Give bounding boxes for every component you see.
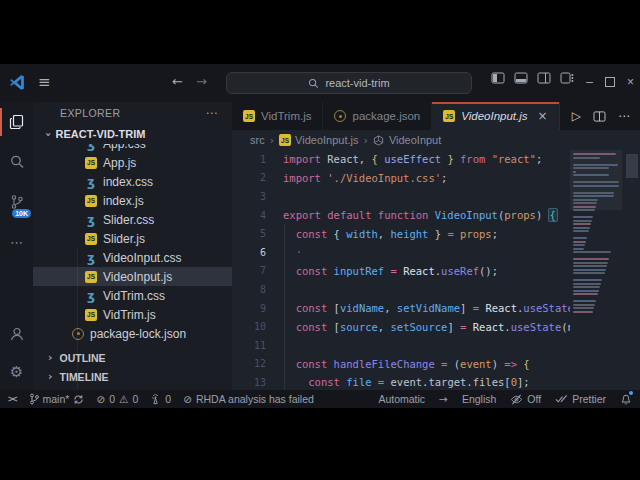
error-icon: ⊘: [183, 393, 192, 405]
warning-icon: ⚠: [119, 393, 128, 405]
tab-package.json[interactable]: package.json: [323, 102, 432, 130]
file-item-index.js[interactable]: JSindex.js: [33, 191, 232, 210]
screencast-status[interactable]: Off: [510, 393, 541, 405]
code-line-11: 11: [232, 336, 570, 355]
code-line-2: 2import './VideoInput.css';: [232, 169, 570, 188]
command-center-search[interactable]: react-vid-trim: [226, 72, 472, 94]
js-file-icon: JS: [85, 157, 97, 169]
breadcrumb-item-VideoInput.js[interactable]: JSVideoInput.js: [279, 134, 358, 146]
section-outline[interactable]: ›OUTLINE: [33, 348, 232, 367]
code-line-1: 1import React, { useEffect } from "react…: [232, 150, 570, 169]
code-line-8: 8: [232, 280, 570, 299]
notification-dot: [629, 391, 633, 395]
file-item-VidTrim.js[interactable]: JSVidTrim.js: [33, 305, 232, 324]
breadcrumb-item-VideoInput[interactable]: VideoInput: [373, 134, 441, 146]
chevron-right-icon: ›: [48, 351, 53, 364]
notifications-bell[interactable]: [620, 393, 632, 405]
eye-off-icon: [510, 394, 523, 405]
additional-views-icon[interactable]: ⋯: [0, 222, 33, 262]
file-item-VidTrim.css[interactable]: ʒVidTrim.css: [33, 286, 232, 305]
file-item-VideoInput.js[interactable]: JSVideoInput.js: [33, 267, 232, 286]
translate-from[interactable]: Automatic: [378, 393, 425, 405]
close-button[interactable]: ×: [627, 71, 634, 93]
toggle-secondary-sidebar-icon[interactable]: [537, 72, 551, 84]
source-control-icon[interactable]: 10K: [0, 182, 33, 222]
scm-badge: 10K: [12, 209, 31, 218]
arrow-right-icon: →: [439, 393, 448, 405]
minimap[interactable]: [570, 150, 622, 390]
code-line-3: 3: [232, 187, 570, 206]
editor-scrollbar[interactable]: [626, 154, 638, 178]
problems-indicator[interactable]: ⊘ 0 ⚠ 0: [96, 393, 138, 405]
code-line-9: 9 const [vidName, setVidName] = React.us…: [232, 299, 570, 318]
symbol-module-icon: [373, 135, 384, 146]
git-branch-icon: [29, 393, 39, 405]
code-view[interactable]: 1import React, { useEffect } from "react…: [232, 150, 570, 390]
tree-indent-guide: [77, 248, 78, 390]
nav-forward-icon[interactable]: →: [196, 74, 207, 89]
account-icon[interactable]: [0, 314, 33, 354]
breadcrumb[interactable]: src›JSVideoInput.js›VideoInput: [232, 130, 640, 150]
js-file-icon: JS: [279, 134, 291, 146]
css-file-icon: ʒ: [85, 175, 97, 188]
breadcrumb-separator: ›: [270, 134, 274, 147]
double-check-icon: [555, 394, 568, 404]
radio-tower-icon: [150, 394, 161, 405]
project-name: REACT-VID-TRIM: [56, 128, 146, 140]
sync-icon: [73, 394, 84, 405]
run-button[interactable]: ▷: [572, 109, 581, 123]
maximize-button[interactable]: [605, 77, 615, 87]
ports-indicator[interactable]: 0: [150, 393, 171, 405]
npm-json-icon: [334, 110, 346, 122]
title-bar: ≡ ← → react-vid-trim – ×: [0, 64, 640, 102]
file-item-App.css[interactable]: ʒApp.css: [33, 144, 232, 153]
code-line-6: 6 ·: [232, 243, 570, 262]
code-line-4: 4export default function VideoInput(prop…: [232, 206, 570, 225]
menu-icon[interactable]: ≡: [38, 73, 51, 91]
tab-VideoInput.js[interactable]: JSVideoInput.js×: [432, 102, 559, 130]
css-file-icon: ʒ: [85, 251, 97, 264]
tab-VidTrim.js[interactable]: JSVidTrim.js: [232, 102, 323, 130]
remote-indicator[interactable]: ><: [8, 394, 17, 404]
file-item-package-lock.json[interactable]: package-lock.json: [33, 324, 232, 343]
file-item-Slider.css[interactable]: ʒSlider.css: [33, 210, 232, 229]
file-item-VideoInput.css[interactable]: ʒVideoInput.css: [33, 248, 232, 267]
js-file-icon: JS: [85, 195, 97, 207]
project-root-row[interactable]: › REACT-VID-TRIM: [33, 124, 232, 144]
editor-area: JSVidTrim.jspackage.jsonJSVideoInput.js×…: [232, 102, 640, 390]
file-item-index.css[interactable]: ʒindex.css: [33, 172, 232, 191]
section-timeline[interactable]: ›TIMELINE: [33, 367, 232, 386]
toggle-sidebar-icon[interactable]: [491, 72, 505, 84]
status-bar: >< main* ⊘ 0 ⚠ 0 0 ⊘ RHD: [0, 390, 640, 408]
toggle-panel-icon[interactable]: [514, 72, 528, 84]
formatter-status[interactable]: Prettier: [555, 393, 606, 405]
js-file-icon: JS: [243, 110, 255, 122]
tab-close-icon[interactable]: ×: [538, 109, 548, 123]
explorer-more-icon[interactable]: ⋯: [206, 106, 218, 120]
tab-bar: JSVidTrim.jspackage.jsonJSVideoInput.js×…: [232, 102, 640, 130]
settings-gear-icon[interactable]: ⚙: [0, 354, 33, 390]
search-sidebar-icon[interactable]: [0, 142, 33, 182]
minimize-button[interactable]: –: [586, 71, 593, 93]
vscode-window: ≡ ← → react-vid-trim – ×: [0, 64, 640, 408]
editor-more-icon[interactable]: ⋯: [618, 109, 630, 123]
search-value: react-vid-trim: [325, 77, 389, 89]
rhda-status[interactable]: ⊘ RHDA analysis has failed: [183, 393, 314, 405]
split-editor-icon[interactable]: [593, 111, 606, 122]
js-file-icon: JS: [85, 233, 97, 245]
js-file-icon: JS: [85, 309, 97, 321]
translate-to[interactable]: English: [462, 393, 496, 405]
breadcrumb-item-src[interactable]: src: [250, 134, 265, 146]
css-file-icon: ʒ: [85, 289, 97, 302]
nav-back-icon[interactable]: ←: [172, 74, 183, 89]
file-item-Slider.js[interactable]: JSSlider.js: [33, 229, 232, 248]
branch-indicator[interactable]: main*: [29, 393, 85, 405]
customize-layout-icon[interactable]: [560, 72, 574, 84]
npm-json-icon: [72, 328, 84, 340]
vscode-logo-icon: [9, 74, 26, 91]
js-file-icon: JS: [443, 110, 455, 122]
css-file-icon: ʒ: [85, 144, 97, 150]
file-item-App.js[interactable]: JSApp.js: [33, 153, 232, 172]
search-icon: [308, 78, 319, 89]
explorer-icon[interactable]: [0, 102, 33, 142]
